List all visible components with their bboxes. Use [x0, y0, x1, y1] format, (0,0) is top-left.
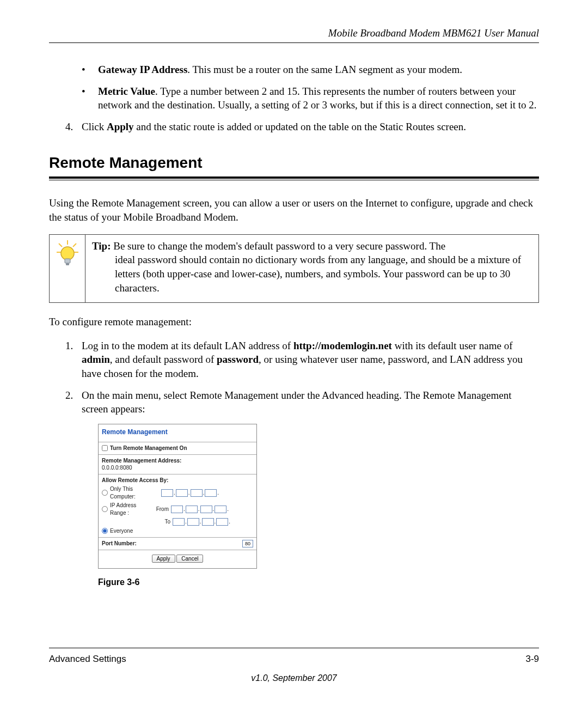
step-number: 1.	[65, 339, 73, 353]
ip-group: . . . .	[161, 489, 219, 497]
section-heading-remote-management: Remote Management	[49, 153, 539, 179]
step-text: On the main menu, select Remote Manageme…	[82, 389, 511, 415]
ip-octet[interactable]	[202, 518, 214, 526]
bullet-label: Metric Value	[98, 86, 155, 97]
divider	[99, 550, 256, 550]
addr-value: 0.0.0.0:8080	[102, 464, 253, 472]
figure-wrap: Remote Management Turn Remote Management…	[98, 424, 539, 588]
addr-label: Remote Management Address:	[102, 457, 253, 465]
ip-octet[interactable]	[176, 489, 188, 497]
only-this-row: Only This Computer: . . . .	[102, 485, 253, 500]
step-number: 2.	[65, 388, 73, 403]
ip-group: . . . .	[171, 506, 229, 513]
divider	[99, 474, 256, 474]
allow-label: Allow Remote Access By:	[102, 477, 253, 484]
from-label: From	[155, 506, 169, 513]
lightbulb-icon	[54, 239, 81, 269]
footer-top: Advanced Settings 3-9	[49, 648, 539, 665]
ip-octet[interactable]	[191, 489, 203, 497]
ip-range-label: IP Address Range :	[110, 502, 152, 516]
tip-text: Tip: Be sure to change the modem's defau…	[85, 235, 538, 303]
step-text-pre: Click	[82, 121, 107, 132]
everyone-row: Everyone	[102, 527, 253, 535]
footer-version: v1.0, September 2007	[49, 673, 539, 683]
ip-octet[interactable]	[161, 489, 173, 497]
ip-octet[interactable]	[187, 518, 199, 526]
tip-label: Tip:	[92, 240, 111, 252]
t: with its default user name of	[392, 340, 513, 351]
step-1: 1. Log in to the modem at its default LA…	[65, 339, 539, 381]
tip-body: ideal password should contain no diction…	[92, 253, 531, 295]
step-2: 2. On the main menu, select Remote Manag…	[65, 388, 539, 588]
panel-title: Remote Management	[102, 427, 253, 440]
tip-box: Tip: Be sure to change the modem's defau…	[49, 234, 539, 303]
only-this-label: Only This Computer:	[110, 485, 159, 500]
page-footer: Advanced Settings 3-9 v1.0, September 20…	[49, 648, 539, 683]
tip-first-line: Be sure to change the modem's default pa…	[111, 240, 446, 252]
svg-rect-7	[66, 263, 69, 265]
main-content: Gateway IP Address. This must be a route…	[49, 63, 539, 588]
tip-icon-cell	[50, 235, 85, 303]
divider	[99, 537, 256, 538]
everyone-radio[interactable]	[102, 528, 108, 534]
divider	[99, 442, 256, 442]
b: http://modemlogin.net	[293, 340, 392, 351]
step-text-post: and the static route is added or updated…	[134, 121, 466, 132]
bullet-text: . This must be a router on the same LAN …	[187, 64, 462, 75]
ip-group: . . . .	[173, 518, 231, 526]
only-this-radio[interactable]	[102, 490, 108, 496]
footer-left: Advanced Settings	[49, 654, 126, 665]
ip-octet[interactable]	[216, 518, 228, 526]
ip-octet[interactable]	[215, 506, 226, 513]
port-label: Port Number:	[102, 540, 137, 547]
port-input[interactable]	[242, 540, 253, 547]
svg-line-1	[59, 244, 62, 247]
ip-octet[interactable]	[200, 506, 212, 513]
ip-octet[interactable]	[171, 506, 183, 513]
b: admin	[82, 354, 110, 365]
ip-octet[interactable]	[173, 518, 185, 526]
apply-button[interactable]: Apply	[152, 555, 175, 563]
bullet-metric-value: Metric Value. Type a number between 2 an…	[82, 84, 539, 112]
b: password	[217, 354, 259, 365]
button-row: Apply Cancel	[102, 555, 253, 563]
divider	[99, 454, 256, 455]
ip-range-radio[interactable]	[102, 506, 108, 512]
svg-rect-6	[65, 259, 70, 263]
turn-on-checkbox[interactable]	[102, 445, 108, 451]
port-row: Port Number:	[102, 540, 253, 547]
bullet-text: . Type a number between 2 and 15. This r…	[98, 86, 537, 111]
svg-point-5	[61, 247, 74, 260]
turn-on-label: Turn Remote Management On	[110, 445, 187, 452]
configure-steps: 1. Log in to the modem at its default LA…	[49, 339, 539, 588]
svg-line-2	[73, 244, 76, 247]
cancel-button[interactable]: Cancel	[176, 555, 203, 563]
ip-octet[interactable]	[186, 506, 198, 513]
configure-lead-line: To configure remote management:	[49, 315, 539, 329]
step-list-top: 4. Click Apply and the static route is a…	[49, 120, 539, 134]
bullet-gateway-ip: Gateway IP Address. This must be a route…	[82, 63, 539, 77]
t: , and default password of	[110, 354, 217, 365]
ip-octet[interactable]	[205, 489, 217, 497]
remote-management-screenshot: Remote Management Turn Remote Management…	[98, 424, 257, 569]
t: Log in to the modem at its default LAN a…	[82, 340, 293, 351]
sub-bullet-list: Gateway IP Address. This must be a route…	[49, 63, 539, 112]
step-text-bold: Apply	[107, 121, 134, 132]
everyone-label: Everyone	[110, 527, 133, 535]
bullet-label: Gateway IP Address	[98, 64, 187, 75]
ip-range-row-from: IP Address Range : From . . . .	[102, 502, 253, 516]
footer-right: 3-9	[525, 654, 539, 665]
figure-caption: Figure 3-6	[98, 576, 539, 588]
to-label: To	[156, 518, 170, 526]
page-header-title: Mobile Broadband Modem MBM621 User Manua…	[49, 27, 539, 43]
intro-paragraph: Using the Remote Management screen, you …	[49, 196, 539, 224]
ip-range-row-to: To . . . .	[102, 518, 253, 526]
turn-on-row: Turn Remote Management On	[102, 445, 253, 452]
step-4: 4. Click Apply and the static route is a…	[65, 120, 539, 134]
step-number: 4.	[65, 120, 73, 134]
